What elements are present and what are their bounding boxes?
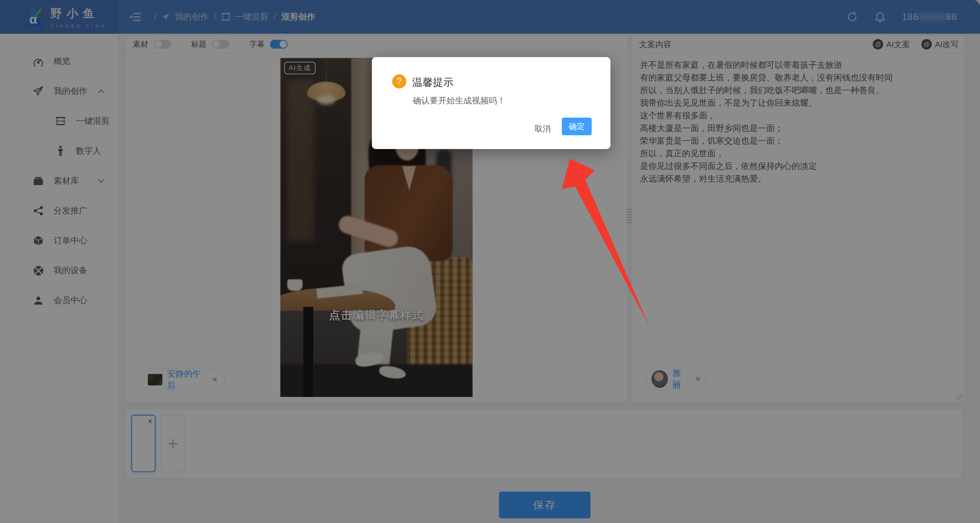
confirm-dialog: ? 温馨提示 确认要开始生成视频吗！ 取消 确定 bbox=[372, 57, 610, 149]
question-icon: ? bbox=[392, 74, 406, 89]
confirm-button[interactable]: 确定 bbox=[562, 118, 592, 135]
app-root: α 野小鱼 FINGER FISH / 我的创作 / bbox=[0, 0, 980, 523]
dialog-title: 温馨提示 bbox=[412, 75, 453, 89]
cancel-button[interactable]: 取消 bbox=[530, 120, 555, 137]
dialog-message: 确认要开始生成视频吗！ bbox=[413, 95, 506, 107]
